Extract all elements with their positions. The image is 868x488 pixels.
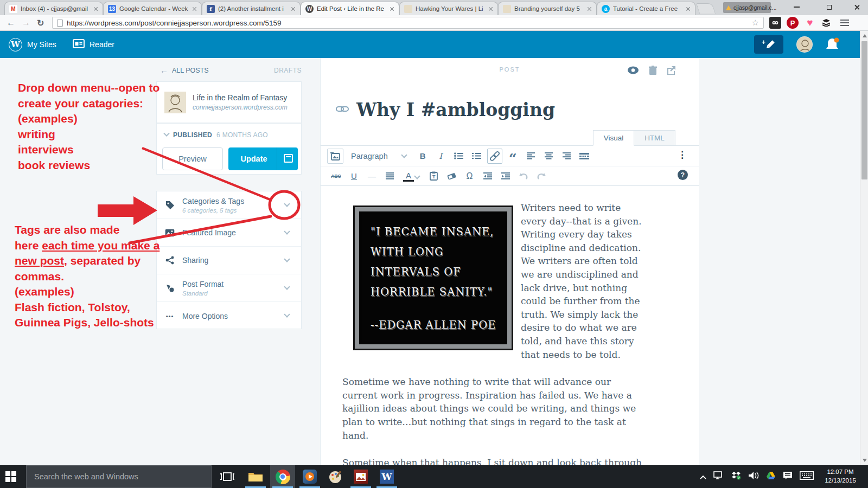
help-icon[interactable]: ?	[678, 170, 688, 180]
volume-icon[interactable]	[748, 471, 759, 482]
pinterest-extension-icon[interactable]: P	[787, 17, 799, 29]
post-content[interactable]: "I BECAME INSANE, WITH LONG INTERVALS OF…	[321, 186, 699, 488]
redo-icon[interactable]	[532, 169, 550, 183]
tab-close-icon[interactable]	[488, 7, 493, 11]
paste-as-text-icon[interactable]: T	[425, 169, 443, 183]
touch-keyboard-icon[interactable]	[800, 471, 814, 482]
scrollbar-thumb[interactable]	[861, 41, 867, 179]
tab-close-icon[interactable]	[192, 7, 197, 11]
file-explorer-icon[interactable]	[243, 465, 268, 488]
align-left-icon[interactable]	[522, 149, 540, 163]
word-icon[interactable]: W	[374, 465, 399, 488]
section-post-format[interactable]: Post Format Standard	[157, 274, 301, 302]
horizontal-rule-icon[interactable]: —	[363, 169, 381, 183]
address-bar[interactable]: https://wordpress.com/post/conniejjasper…	[52, 17, 764, 29]
preview-button[interactable]: Preview	[162, 147, 223, 170]
scroll-down-icon[interactable]	[863, 459, 867, 462]
clear-formatting-eraser-icon[interactable]	[443, 169, 461, 183]
justify-icon[interactable]	[381, 169, 399, 183]
tab-calendar[interactable]: 13 Google Calendar - Week	[103, 2, 202, 15]
outdent-icon[interactable]	[478, 169, 496, 183]
publish-status-row[interactable]: PUBLISHED 6 MONTHS AGO	[164, 131, 268, 139]
tab-branding[interactable]: Branding yourself day 5	[498, 2, 597, 15]
text-color-icon[interactable]: A	[403, 171, 414, 182]
page-scrollbar[interactable]	[860, 31, 868, 465]
bold-button[interactable]: B	[414, 149, 432, 163]
numbered-list-icon[interactable]	[468, 149, 486, 163]
heart-extension-icon[interactable]: ♥	[804, 17, 816, 29]
scroll-up-icon[interactable]	[863, 34, 867, 37]
trash-icon[interactable]	[646, 63, 660, 76]
section-featured-image[interactable]: Featured Image	[157, 219, 301, 247]
buffer-extension-icon[interactable]	[820, 17, 832, 29]
drafts-link[interactable]: DRAFTS	[250, 67, 302, 74]
tab-facebook[interactable]: f (2) Another installment i	[202, 2, 301, 15]
blockquote-icon[interactable]: “	[504, 149, 522, 163]
close-button[interactable]	[847, 0, 866, 14]
tab-hawking[interactable]: Hawking Your Wares | Li	[399, 2, 498, 15]
taskbar-search-input[interactable]	[26, 465, 212, 488]
tab-visual[interactable]: Visual	[593, 130, 634, 146]
chrome-icon[interactable]	[270, 465, 295, 488]
italic-button[interactable]: I	[432, 149, 450, 163]
chevron-down-icon[interactable]	[284, 311, 290, 317]
poe-quote-image[interactable]: "I BECAME INSANE, WITH LONG INTERVALS OF…	[353, 206, 513, 350]
tab-html[interactable]: HTML	[634, 130, 675, 146]
undo-icon[interactable]	[514, 169, 532, 183]
section-categories-tags[interactable]: Categories & Tags 6 categories, 5 tags	[157, 191, 301, 219]
tab-tutorial[interactable]: a Tutorial - Create a Free	[597, 2, 695, 15]
paragraph-style-dropdown[interactable]: Paragraph	[351, 152, 406, 160]
schedule-calendar-icon[interactable]	[284, 154, 293, 163]
add-media-icon[interactable]	[327, 149, 343, 164]
chevron-down-icon[interactable]	[414, 173, 420, 179]
tab-close-icon[interactable]	[587, 7, 592, 11]
restore-button[interactable]	[820, 0, 838, 14]
notifications-bell-icon[interactable]	[825, 37, 840, 54]
media-player-icon[interactable]	[297, 465, 322, 488]
task-view-icon[interactable]	[215, 465, 240, 488]
chevron-down-icon[interactable]	[284, 228, 290, 234]
start-button[interactable]	[5, 471, 21, 482]
chevron-down-icon[interactable]	[284, 201, 290, 207]
chevron-down-icon[interactable]	[284, 256, 290, 262]
new-post-button[interactable]: +	[754, 35, 783, 54]
google-drive-icon[interactable]	[766, 471, 776, 482]
forward-icon[interactable]: →	[22, 15, 30, 30]
section-sharing[interactable]: Sharing	[157, 247, 301, 274]
back-icon[interactable]: ←	[7, 15, 15, 30]
indent-icon[interactable]	[496, 169, 514, 183]
profile-chip[interactable]: cjjasp@gmail.c...	[723, 2, 771, 13]
action-center-icon[interactable]	[783, 471, 793, 482]
tray-expand-chevron-icon[interactable]	[700, 472, 706, 481]
section-more-options[interactable]: ••• More Options	[157, 302, 301, 330]
strikethrough-icon[interactable]: ABC	[327, 169, 345, 183]
tab-gmail[interactable]: M Inbox (4) - cjjasp@gmail	[4, 2, 103, 15]
my-sites-button[interactable]: W My Sites	[9, 31, 56, 58]
insert-link-icon[interactable]	[487, 149, 502, 164]
tab-wordpress-active[interactable]: W Edit Post ‹ Life in the Re	[301, 2, 399, 15]
picture-manager-icon[interactable]	[348, 465, 373, 488]
menu-icon[interactable]	[839, 17, 851, 29]
paint-icon[interactable]	[323, 465, 348, 488]
tab-close-icon[interactable]	[291, 7, 296, 11]
taskbar-clock[interactable]: 12:07 PM 12/13/2015	[817, 467, 864, 485]
minimize-button[interactable]	[787, 0, 806, 14]
special-character-icon[interactable]: Ω	[461, 169, 478, 183]
site-card[interactable]: Life in the Realm of Fantasy conniejjasp…	[156, 81, 302, 123]
permalink-chain-icon[interactable]	[336, 105, 349, 115]
reload-icon[interactable]: ↻	[37, 15, 44, 30]
tab-close-icon[interactable]	[390, 7, 394, 11]
hootsuite-extension-icon[interactable]	[769, 17, 781, 29]
more-tools-kebab-icon[interactable]: ⋮	[678, 149, 687, 160]
read-more-tag-icon[interactable]	[576, 149, 593, 163]
bookmark-star-icon[interactable]: ☆	[752, 18, 759, 28]
chevron-down-icon[interactable]	[284, 284, 290, 290]
tab-close-icon[interactable]	[686, 7, 691, 11]
network-icon[interactable]	[713, 471, 724, 482]
preview-eye-icon[interactable]	[626, 63, 640, 76]
update-button[interactable]: Update	[228, 147, 298, 170]
external-link-icon[interactable]	[664, 63, 678, 76]
underline-icon[interactable]: U	[345, 169, 363, 183]
reader-button[interactable]: Reader	[73, 31, 114, 58]
new-tab-button[interactable]	[696, 3, 716, 14]
